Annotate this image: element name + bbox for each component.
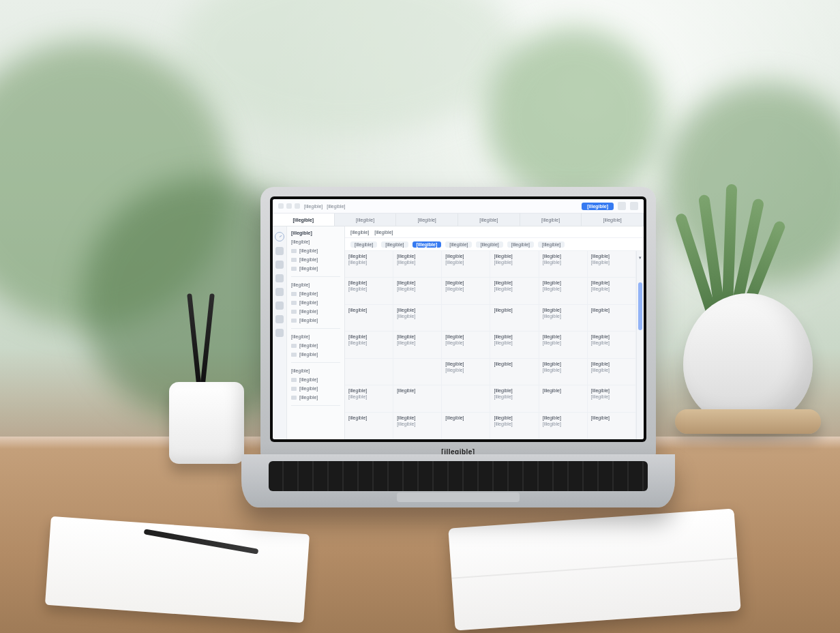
breadcrumb-item[interactable]: [illegible] [374, 230, 393, 235]
grid-cell[interactable]: [illegible][illegible] [345, 332, 393, 358]
sidebar-item[interactable]: [illegible] [291, 318, 340, 323]
grid-cell[interactable]: [illegible][illegible] [490, 413, 539, 439]
filter-bar: [illegible][illegible][illegible][illegi… [345, 238, 644, 251]
filter-chip[interactable]: [illegible] [445, 241, 472, 248]
grid-cell[interactable]: [illegible][illegible] [588, 251, 636, 278]
grid-cell[interactable] [442, 305, 490, 332]
rail-icon[interactable] [275, 261, 284, 269]
sidebar: [illegible][illegible][illegible][illegi… [287, 226, 345, 439]
menu-icon[interactable] [630, 202, 638, 210]
window-control-icon[interactable] [295, 203, 300, 209]
primary-action-button[interactable]: [illegible] [582, 203, 614, 210]
grid-cell[interactable]: [illegible][illegible] [539, 251, 588, 278]
divider [291, 328, 340, 329]
sidebar-item[interactable]: [illegible] [291, 266, 340, 271]
grid-cell[interactable]: [illegible] [490, 305, 539, 332]
grid-cell[interactable]: [illegible][illegible] [345, 385, 393, 412]
grid-cell[interactable] [393, 359, 442, 385]
rail-icon[interactable] [275, 329, 284, 337]
clock-icon[interactable] [275, 232, 284, 241]
rail-icon[interactable] [275, 247, 284, 255]
grid-cell[interactable]: [illegible][illegible] [490, 251, 539, 278]
grid-cell[interactable] [345, 359, 393, 385]
sidebar-item[interactable]: [illegible] [291, 386, 340, 391]
grid-cell[interactable]: [illegible][illegible] [588, 359, 636, 385]
rail-icon[interactable] [275, 301, 284, 310]
sidebar-item[interactable]: [illegible] [291, 248, 340, 253]
grid-cell[interactable]: [illegible][illegible] [539, 413, 588, 439]
sidebar-item[interactable]: [illegible] [291, 343, 340, 348]
grid-cell[interactable]: [illegible][illegible] [588, 385, 636, 412]
grid-cell[interactable]: [illegible] [345, 305, 393, 332]
rail-icon[interactable] [275, 315, 284, 323]
grid-cell[interactable]: [illegible][illegible] [393, 332, 442, 358]
filter-chip[interactable]: [illegible] [412, 241, 442, 248]
rail-icon[interactable] [275, 274, 284, 282]
grid-cell[interactable] [442, 385, 490, 412]
grid-cell[interactable]: [illegible][illegible] [393, 413, 442, 439]
cell-line-2: [illegible] [543, 422, 584, 426]
cell-line-1: [illegible] [591, 254, 632, 259]
grid-cell[interactable]: [illegible][illegible] [345, 278, 393, 304]
breadcrumb-item[interactable]: [illegible] [350, 230, 369, 235]
window-control-icon[interactable] [278, 203, 284, 209]
keyboard[interactable] [269, 461, 648, 491]
sidebar-item[interactable]: [illegible] [291, 352, 340, 357]
sidebar-item[interactable]: [illegible] [291, 291, 340, 296]
grid-cell[interactable]: [illegible][illegible] [442, 278, 490, 304]
grid-cell[interactable]: [illegible][illegible] [539, 332, 588, 358]
vertical-scrollbar[interactable]: ▾ [636, 251, 644, 439]
sidebar-item[interactable]: [illegible] [291, 395, 340, 400]
grid-cell[interactable]: [illegible][illegible] [442, 332, 490, 358]
grid-cell[interactable]: [illegible] [539, 385, 588, 412]
grid-cell[interactable]: [illegible] [393, 385, 442, 412]
chevron-down-icon[interactable]: ▾ [637, 255, 644, 261]
grid-cell[interactable]: [illegible][illegible] [588, 332, 636, 358]
window-title: [illegible] [304, 204, 322, 209]
sidebar-item[interactable]: [illegible] [291, 257, 340, 262]
grid-cell[interactable]: [illegible][illegible] [442, 359, 490, 385]
sidebar-item[interactable]: [illegible] [291, 300, 340, 305]
grid-cell[interactable]: [illegible] [588, 305, 636, 332]
grid-cell[interactable]: [illegible][illegible] [490, 385, 539, 412]
grid-cell[interactable]: [illegible][illegible] [393, 305, 442, 332]
grid-cell[interactable]: [illegible] [345, 413, 393, 439]
grid-cell[interactable]: [illegible][illegible] [588, 278, 636, 304]
grid-cell[interactable]: [illegible][illegible] [539, 359, 588, 385]
grid-cell[interactable]: [illegible][illegible] [442, 251, 490, 278]
tab[interactable]: [illegible] [335, 214, 397, 226]
grid-cell[interactable]: [illegible][illegible] [345, 251, 393, 278]
window-control-icon[interactable] [286, 203, 292, 209]
bullet-icon [291, 310, 297, 314]
tab[interactable]: [illegible] [520, 214, 582, 226]
filter-chip[interactable]: [illegible] [381, 241, 408, 248]
cell-line-2: [illegible] [348, 286, 389, 291]
tab[interactable]: [illegible] [458, 214, 520, 226]
grid-cell[interactable]: [illegible][illegible] [539, 278, 588, 304]
tab[interactable]: [illegible] [582, 214, 644, 226]
bullet-icon [291, 267, 297, 271]
filter-chip[interactable]: [illegible] [507, 241, 534, 248]
grid-cell[interactable]: [illegible] [588, 413, 636, 439]
sidebar-item[interactable]: [illegible] [291, 309, 340, 314]
sidebar-item[interactable]: [illegible] [291, 377, 340, 382]
toolbar-icon[interactable] [618, 202, 626, 210]
filter-chip[interactable]: [illegible] [350, 241, 377, 248]
grid-cell[interactable]: [illegible][illegible] [393, 278, 442, 304]
grid-cell[interactable]: [illegible][illegible] [490, 278, 539, 304]
filter-chip[interactable]: [illegible] [476, 241, 502, 248]
cell-line-2: [illegible] [543, 340, 584, 345]
cell-line-2: [illegible] [494, 422, 535, 426]
grid-cell[interactable]: [illegible][illegible] [393, 251, 442, 278]
filter-chip[interactable]: [illegible] [538, 241, 565, 248]
grid-cell[interactable]: [illegible][illegible] [490, 332, 539, 358]
grid-cell[interactable]: [illegible] [442, 413, 490, 439]
trackpad[interactable] [397, 492, 520, 502]
grid-cell[interactable]: [illegible][illegible] [539, 305, 588, 332]
tab[interactable]: [illegible] [396, 214, 458, 226]
rail-icon[interactable] [275, 288, 284, 296]
tab[interactable]: [illegible] [273, 214, 335, 226]
window-controls[interactable] [278, 203, 300, 209]
grid-cell[interactable]: [illegible] [490, 359, 539, 385]
cell-line-1: [illegible] [591, 362, 632, 366]
